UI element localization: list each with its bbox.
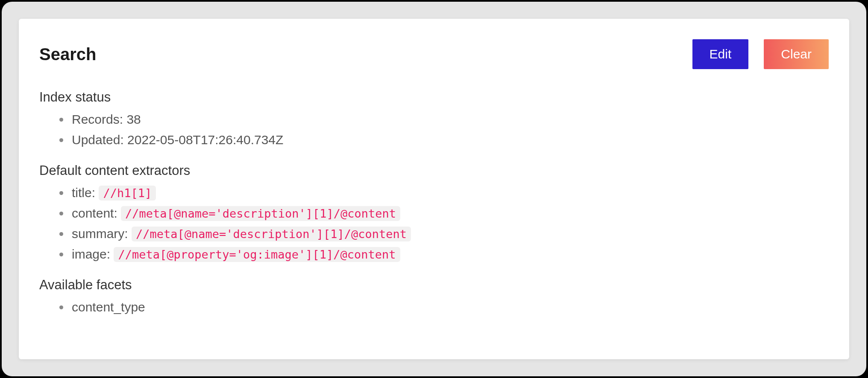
clear-button[interactable]: Clear: [764, 39, 829, 69]
index-status-heading: Index status: [39, 90, 829, 105]
outer-frame: Search Edit Clear Index status Records: …: [2, 2, 866, 376]
list-item: summary: //meta[@name='description'][1]/…: [70, 224, 829, 244]
extractor-label: summary:: [72, 227, 128, 241]
extractors-list: title: //h1[1] content: //meta[@name='de…: [39, 183, 829, 265]
facets-section: Available facets content_type: [39, 277, 829, 317]
button-group: Edit Clear: [692, 39, 829, 69]
records-value: 38: [126, 112, 141, 126]
extractor-label: content:: [72, 206, 117, 220]
facets-list: content_type: [39, 297, 829, 317]
list-item: Records: 38: [70, 109, 829, 130]
list-item: title: //h1[1]: [70, 183, 829, 203]
index-status-section: Index status Records: 38 Updated: 2022-0…: [39, 90, 829, 150]
edit-button[interactable]: Edit: [692, 39, 749, 69]
extractors-heading: Default content extractors: [39, 163, 829, 178]
extractor-code: //meta[@property='og:image'][1]/@content: [114, 247, 400, 262]
facets-heading: Available facets: [39, 277, 829, 293]
records-label: Records:: [72, 112, 123, 126]
settings-card: Search Edit Clear Index status Records: …: [19, 19, 849, 359]
extractor-code: //meta[@name='description'][1]/@content: [132, 227, 411, 241]
extractors-section: Default content extractors title: //h1[1…: [39, 163, 829, 265]
extractor-label: image:: [72, 247, 110, 261]
extractor-code: //h1[1]: [99, 186, 156, 201]
extractor-label: title:: [72, 186, 95, 200]
list-item: Updated: 2022-05-08T17:26:40.734Z: [70, 130, 829, 150]
index-status-list: Records: 38 Updated: 2022-05-08T17:26:40…: [39, 109, 829, 150]
list-item: image: //meta[@property='og:image'][1]/@…: [70, 244, 829, 265]
updated-value: 2022-05-08T17:26:40.734Z: [127, 133, 283, 147]
updated-label: Updated:: [72, 133, 124, 147]
list-item: content_type: [70, 297, 829, 317]
page-title: Search: [39, 45, 96, 64]
list-item: content: //meta[@name='description'][1]/…: [70, 203, 829, 224]
extractor-code: //meta[@name='description'][1]/@content: [121, 206, 400, 221]
header-row: Search Edit Clear: [39, 39, 829, 69]
